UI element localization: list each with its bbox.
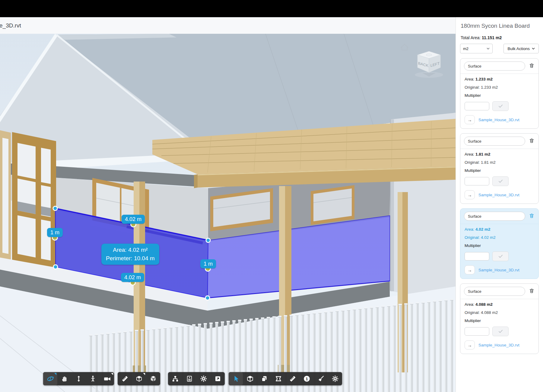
viewport-3d[interactable]: BACK LEFT 4.02 m 1 m 4.02 m 1 m Area: 4.… xyxy=(0,34,456,392)
original-line: Original: 4.088 m2 xyxy=(465,310,534,315)
surface-card-header xyxy=(464,287,535,299)
polygon-icon xyxy=(275,375,282,382)
model-tree-icon xyxy=(172,375,179,382)
arrow-right-icon: → xyxy=(468,267,472,273)
properties-button[interactable] xyxy=(182,372,196,385)
toolbar-measure xyxy=(118,372,160,385)
isolate-button[interactable] xyxy=(243,372,257,385)
walk-person-icon xyxy=(89,375,97,382)
model-browser-button[interactable] xyxy=(168,372,182,385)
multiplier-label: Multiplier xyxy=(465,93,534,98)
delete-surface-button[interactable] xyxy=(528,63,535,69)
card-divider xyxy=(460,149,538,149)
select-button[interactable] xyxy=(229,372,243,385)
area-line: Area: 1.233 m2 xyxy=(465,77,534,81)
explode-button[interactable] xyxy=(146,372,160,385)
apply-multiplier-button[interactable] xyxy=(492,327,509,336)
copy-button[interactable] xyxy=(257,372,271,385)
dim-label-left: 1 m xyxy=(47,228,63,237)
model-file-link[interactable]: Sample_House_3D.rvt xyxy=(478,268,519,272)
area-label: Area: xyxy=(465,152,474,156)
model-file-link[interactable]: Sample_House_3D.rvt xyxy=(478,118,519,122)
original-line: Original: 1.233 m2 xyxy=(465,85,534,90)
walk-button[interactable] xyxy=(86,372,100,385)
fullscreen-button[interactable] xyxy=(211,372,225,385)
multiplier-label: Multiplier xyxy=(465,168,534,173)
takeoff-panel: 180mm Sycon Linea Board Total Area: 11.1… xyxy=(456,17,543,392)
svg-text:1: 1 xyxy=(306,377,308,381)
model-file-link[interactable]: Sample_House_3D.rvt xyxy=(478,343,519,347)
model-file-link[interactable]: Sample_House_3D.rvt xyxy=(478,193,519,197)
area-value: 4.088 m2 xyxy=(475,302,493,307)
file-name: e_3D.rvt xyxy=(0,22,21,29)
goto-model-button[interactable]: → xyxy=(465,340,475,349)
endpoint-dot[interactable] xyxy=(206,238,210,242)
surface-card[interactable]: Area: 1.233 m2 Original: 1.233 m2 Multip… xyxy=(460,58,539,129)
zoom-button[interactable] xyxy=(71,372,86,385)
section-button[interactable] xyxy=(132,372,146,385)
surface-name-input[interactable] xyxy=(464,287,525,296)
goto-model-button[interactable]: → xyxy=(465,190,475,199)
arrow-right-icon: → xyxy=(468,117,472,122)
unit-select-value: m2 xyxy=(463,46,468,51)
count-one-icon: 1 xyxy=(303,375,311,383)
bulk-actions-button[interactable]: Bulk Actions xyxy=(503,44,539,53)
area-label: Area: xyxy=(465,302,474,307)
multiplier-input[interactable] xyxy=(465,102,489,110)
toolbar-model xyxy=(168,372,225,385)
gear-icon xyxy=(331,375,339,383)
surface-name-input[interactable] xyxy=(464,62,525,71)
card-divider xyxy=(460,299,538,299)
delete-surface-button[interactable] xyxy=(528,288,535,295)
goto-model-button[interactable]: → xyxy=(465,265,475,274)
multiplier-input[interactable] xyxy=(465,177,489,185)
viewer-settings-button[interactable] xyxy=(196,372,211,385)
surface-card-list: Area: 1.233 m2 Original: 1.233 m2 Multip… xyxy=(460,58,539,354)
multiplier-label: Multiplier xyxy=(465,318,534,323)
apply-multiplier-button[interactable] xyxy=(492,176,509,186)
orbit-icon xyxy=(46,375,54,383)
trash-icon xyxy=(529,63,535,68)
model-link-row: → Sample_House_3D.rvt xyxy=(465,115,534,124)
camera-button[interactable] xyxy=(100,372,114,385)
area-value: 1.233 m2 xyxy=(475,77,493,81)
copy-icon xyxy=(261,375,268,382)
clear-button[interactable] xyxy=(314,372,328,385)
multiplier-label: Multiplier xyxy=(465,243,534,248)
multiplier-input[interactable] xyxy=(465,252,489,261)
app-root: { "viewer": { "file_label": "e_3D.rvt", … xyxy=(0,0,543,392)
surface-card[interactable]: Area: 4.02 m2 Original: 4.02 m2 Multipli… xyxy=(460,208,539,279)
unit-select[interactable]: m2 xyxy=(460,44,493,53)
apply-multiplier-button[interactable] xyxy=(492,101,509,111)
multiplier-input[interactable] xyxy=(465,327,489,336)
tool-settings-button[interactable] xyxy=(328,372,342,385)
goto-model-button[interactable]: → xyxy=(465,115,475,124)
polygon-select-button[interactable] xyxy=(271,372,285,385)
surface-name-input[interactable] xyxy=(464,137,525,146)
multiplier-row xyxy=(465,101,534,111)
delete-surface-button[interactable] xyxy=(528,213,535,220)
model-canvas[interactable]: BACK LEFT xyxy=(0,34,456,392)
model-link-row: → Sample_House_3D.rvt xyxy=(465,265,534,274)
orbit-button[interactable] xyxy=(43,372,57,385)
surface-name-input[interactable] xyxy=(464,212,525,221)
model-link-row: → Sample_House_3D.rvt xyxy=(465,340,534,349)
endpoint-dot[interactable] xyxy=(53,265,58,269)
endpoint-dot[interactable] xyxy=(205,296,210,300)
panel-controls: m2 Bulk Actions xyxy=(460,44,539,53)
view-cube[interactable]: BACK LEFT xyxy=(415,51,443,78)
surface-card[interactable]: Area: 4.088 m2 Original: 4.088 m2 Multip… xyxy=(460,283,539,354)
document-header: e_3D.rvt xyxy=(0,17,456,34)
apply-multiplier-button[interactable] xyxy=(492,251,509,261)
surface-card-header xyxy=(464,62,535,74)
measure-button[interactable] xyxy=(118,372,132,385)
original-label: Original: xyxy=(465,235,480,240)
total-area: Total Area: 11.151 m2 xyxy=(461,35,539,40)
delete-surface-button[interactable] xyxy=(528,138,535,144)
surface-card[interactable]: Area: 1.81 m2 Original: 1.81 m2 Multipli… xyxy=(460,133,539,204)
pan-button[interactable] xyxy=(57,372,71,385)
area-label: Area: xyxy=(465,227,474,232)
measure-surface-button[interactable] xyxy=(285,372,300,385)
count-button[interactable]: 1 xyxy=(300,372,314,385)
endpoint-dot[interactable] xyxy=(53,206,57,210)
